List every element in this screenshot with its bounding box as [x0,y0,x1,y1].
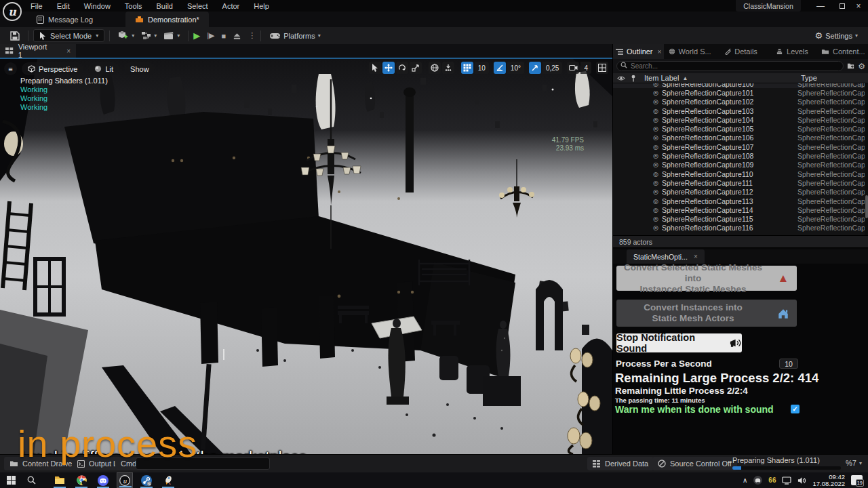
cinematics-dropdown[interactable]: ▾ [160,29,183,42]
taskbar-game-app[interactable] [160,472,176,488]
scale-snap-value[interactable]: 0,25 [542,62,562,74]
outliner-row[interactable]: ◎SphereReflectionCapture103SphereReflect… [613,106,865,115]
outliner-row[interactable]: ◎SphereReflectionCapture114SphereReflect… [613,205,865,214]
grid-snap-toggle[interactable] [461,62,473,74]
source-control-button[interactable]: Source Control Off [652,457,737,470]
menu-help[interactable]: Help [252,2,271,10]
taskbar-search-button[interactable] [23,472,39,488]
outliner-row[interactable]: ◎SphereReflectionCapture113SphereReflect… [613,197,865,205]
outliner-row[interactable]: ◎SphereReflectionCapture104SphereReflect… [613,115,865,124]
taskbar-steam[interactable]: S [138,472,155,488]
outliner-row[interactable]: ◎SphereReflectionCapture107SphereReflect… [613,142,865,151]
outliner-row[interactable]: ◎SphereReflectionCapture116SphereReflect… [613,224,865,232]
save-button[interactable] [7,29,23,43]
close-icon[interactable]: × [658,48,662,56]
outliner-row[interactable]: ◎SphereReflectionCapture100SphereReflect… [613,83,865,88]
eject-button[interactable] [233,32,241,40]
move-tool-button[interactable] [382,62,395,74]
outliner-row[interactable]: ◎SphereReflectionCapture115SphereReflect… [613,214,865,223]
outliner-row[interactable]: ◎SphereReflectionCapture109SphereReflect… [613,161,865,169]
stop-notification-sound-button[interactable]: Stop Notification Sound [616,333,742,352]
play-button[interactable]: ▶ [193,30,200,41]
add-folder-icon[interactable] [847,62,854,70]
tray-discord-icon[interactable] [753,476,762,485]
blueprints-dropdown[interactable]: ▾ [138,29,160,42]
add-actor-dropdown[interactable]: ▾ [115,28,138,43]
outliner-settings-gear-icon[interactable]: ⚙ [858,62,865,71]
frame-skip-button[interactable]: |▶ [207,31,214,40]
column-type[interactable]: Type [801,74,868,82]
tab-world-settings[interactable]: World S... [664,44,715,59]
start-button[interactable] [3,472,19,488]
close-button[interactable]: × [849,0,868,12]
network-icon[interactable] [782,476,791,485]
process-per-second-input[interactable]: 10 [779,359,798,369]
menu-edit[interactable]: Edit [55,2,72,10]
rotate-tool-button[interactable] [396,62,408,74]
show-menu-button[interactable]: Show [124,62,155,75]
visibility-eye-icon[interactable] [617,75,625,81]
settings-dropdown[interactable]: ⚙ Settings ▾ [812,28,861,43]
outliner-row[interactable]: ◎SphereReflectionCapture112SphereReflect… [613,188,865,197]
shader-progress-percent[interactable]: %7 ▾ [846,459,862,467]
rotation-snap-toggle[interactable] [494,62,506,74]
derived-data-button[interactable]: Derived Data [587,457,654,470]
minimize-button[interactable]: — [811,0,830,12]
scale-tool-button[interactable] [410,62,422,74]
tab-demonstration[interactable]: Demonstration* [125,12,209,27]
menu-window[interactable]: Window [82,2,113,10]
viewport-options-button[interactable]: ≡ [4,62,17,75]
outliner-row[interactable]: ◎SphereReflectionCapture101SphereReflect… [613,88,865,97]
viewport-tab[interactable]: Viewport 1 × [0,44,76,58]
search-input[interactable] [616,61,844,71]
rotation-snap-value[interactable]: 10° [507,62,524,74]
tray-temperature[interactable]: 66 [768,476,776,484]
lit-mode-button[interactable]: Lit [88,62,119,75]
menu-actor[interactable]: Actor [220,2,242,10]
grid-snap-value[interactable]: 10 [475,62,489,74]
warn-sound-checkbox[interactable]: ✓ [791,405,800,413]
volume-icon[interactable] [797,476,806,485]
close-icon[interactable]: × [66,47,71,55]
outliner-row[interactable]: ◎SphereReflectionCapture110SphereReflect… [613,169,865,178]
outliner-row[interactable]: ◎SphereReflectionCapture106SphereReflect… [613,134,865,142]
taskbar-clock[interactable]: 09:42 17.08.2022 [812,474,845,487]
menu-file[interactable]: File [28,2,45,10]
quad-view-button[interactable] [596,62,608,74]
outliner-row[interactable]: ◎SphereReflectionCapture105SphereReflect… [613,124,865,133]
tab-message-log[interactable]: Message Log [27,12,102,27]
tray-expand-chevron[interactable]: ∧ [743,476,747,484]
scrollbar-thumb[interactable] [865,195,868,218]
perspective-button[interactable]: Perspective [22,62,83,75]
tab-details[interactable]: Details [715,44,766,59]
taskbar-discord[interactable] [95,472,111,488]
taskbar-chrome[interactable] [73,472,90,488]
tab-content-browser[interactable]: Content... [818,44,868,59]
select-tool-button[interactable] [369,62,381,74]
outliner-row[interactable]: ◎SphereReflectionCapture111SphereReflect… [613,178,865,187]
platforms-dropdown[interactable]: Platforms ▾ [266,30,323,42]
menu-tools[interactable]: Tools [123,2,144,10]
play-options-kebab[interactable]: ⋮ [248,31,256,40]
close-icon[interactable]: × [694,253,698,260]
taskbar-unreal-engine[interactable]: u [117,472,133,488]
tab-levels[interactable]: Levels [766,44,817,59]
world-space-toggle[interactable] [429,62,441,74]
taskbar-file-explorer[interactable] [52,472,68,488]
pin-icon[interactable] [631,75,636,82]
stop-button[interactable]: ■ [222,32,226,40]
notification-center-icon[interactable]: 19 [851,475,863,485]
outliner-row[interactable]: ◎SphereReflectionCapture102SphereReflect… [613,98,865,106]
surface-snap-toggle[interactable] [442,62,454,74]
outliner-scrollbar[interactable] [865,83,868,235]
camera-speed-value[interactable]: 4 [580,62,591,74]
convert-to-actors-button[interactable]: Convert Instances into Static Mesh Actor… [616,300,797,327]
scale-snap-toggle[interactable] [529,62,541,74]
camera-speed-button[interactable] [567,62,579,74]
convert-to-instanced-button[interactable]: Convert Selected Static Meshes into Inst… [616,266,797,291]
outliner-row[interactable]: ◎SphereReflectionCapture108SphereReflect… [613,151,865,160]
menu-build[interactable]: Build [155,2,175,10]
viewport-scene[interactable] [0,59,612,454]
column-item-label[interactable]: Item Label [644,74,679,82]
menu-select[interactable]: Select [185,2,210,10]
